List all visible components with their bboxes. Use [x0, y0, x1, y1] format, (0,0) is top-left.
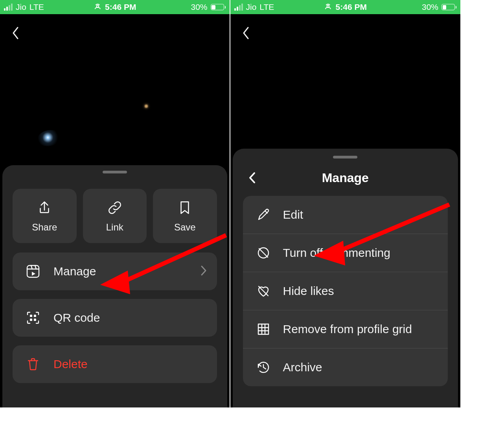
sheet-title: Manage — [322, 171, 369, 185]
delete-label: Delete — [53, 358, 88, 371]
svg-rect-5 — [30, 315, 32, 317]
battery-icon — [211, 4, 226, 10]
svg-line-11 — [265, 211, 267, 213]
clock-label: 5:46 PM — [105, 2, 136, 12]
archive-icon — [255, 359, 272, 376]
archive-label: Archive — [283, 361, 322, 374]
remove-grid-item[interactable]: Remove from profile grid — [243, 310, 448, 348]
manage-label: Manage — [53, 265, 96, 278]
trash-icon — [24, 356, 42, 373]
network-label: LTE — [29, 2, 44, 12]
link-icon — [106, 199, 123, 216]
network-label: LTE — [259, 2, 274, 12]
qr-label: QR code — [53, 311, 100, 324]
svg-rect-6 — [34, 315, 36, 317]
signal-icon — [4, 4, 13, 11]
right-screenshot: Jio LTE 5:46 PM 30% — [230, 0, 461, 407]
qr-row[interactable]: QR code — [13, 299, 217, 337]
sheet-grabber[interactable] — [103, 171, 127, 173]
svg-rect-15 — [258, 324, 269, 334]
hide-likes-label: Hide likes — [283, 284, 334, 298]
remove-grid-label: Remove from profile grid — [283, 323, 412, 336]
svg-rect-0 — [27, 265, 39, 277]
link-label: Link — [106, 222, 123, 233]
save-label: Save — [174, 222, 196, 233]
manage-sheet[interactable]: Manage Edit Turn off commenting — [233, 149, 458, 407]
status-bar: Jio LTE 5:46 PM 30% — [0, 0, 230, 14]
sheet-back-button[interactable] — [245, 170, 260, 186]
chevron-right-icon — [200, 265, 208, 278]
comment-off-icon — [255, 244, 272, 262]
reel-icon — [24, 263, 42, 280]
hotspot-icon — [324, 2, 333, 13]
share-button[interactable]: Share — [13, 189, 77, 243]
edit-label: Edit — [283, 208, 304, 221]
signal-icon — [234, 4, 243, 11]
nav-back-button[interactable] — [238, 24, 254, 42]
clock-label: 5:46 PM — [336, 2, 367, 12]
qr-icon — [24, 309, 42, 326]
heart-off-icon — [255, 282, 272, 300]
carrier-label: Jio — [246, 2, 257, 12]
carrier-label: Jio — [16, 2, 26, 12]
hotspot-icon — [93, 2, 102, 13]
battery-percent: 30% — [422, 2, 438, 12]
status-bar: Jio LTE 5:46 PM 30% — [230, 0, 461, 14]
edit-item[interactable]: Edit — [243, 196, 448, 234]
svg-line-13 — [259, 249, 268, 257]
save-button[interactable]: Save — [153, 189, 217, 243]
grid-icon — [255, 321, 272, 338]
turn-off-label: Turn off commenting — [283, 246, 390, 260]
battery-icon — [441, 4, 456, 10]
nav-back-button[interactable] — [8, 24, 24, 42]
svg-line-3 — [35, 265, 36, 269]
sheet-grabber[interactable] — [333, 156, 357, 158]
svg-rect-8 — [34, 319, 36, 321]
svg-marker-4 — [32, 272, 35, 276]
hide-likes-item[interactable]: Hide likes — [243, 272, 448, 310]
share-icon — [36, 199, 53, 216]
pencil-icon — [255, 206, 272, 223]
svg-rect-7 — [30, 319, 32, 321]
delete-row[interactable]: Delete — [13, 345, 217, 383]
action-sheet[interactable]: Share Link Save — [2, 165, 227, 407]
archive-item[interactable]: Archive — [243, 348, 448, 386]
share-label: Share — [32, 222, 57, 233]
left-screenshot: Jio LTE 5:46 PM 30% — [0, 0, 230, 407]
battery-percent: 30% — [191, 2, 207, 12]
svg-line-2 — [31, 265, 32, 269]
manage-list: Edit Turn off commenting Hide likes — [243, 196, 448, 386]
bookmark-icon — [176, 199, 193, 216]
turn-off-commenting-item[interactable]: Turn off commenting — [243, 234, 448, 272]
link-button[interactable]: Link — [83, 189, 147, 243]
manage-row[interactable]: Manage — [13, 252, 217, 290]
